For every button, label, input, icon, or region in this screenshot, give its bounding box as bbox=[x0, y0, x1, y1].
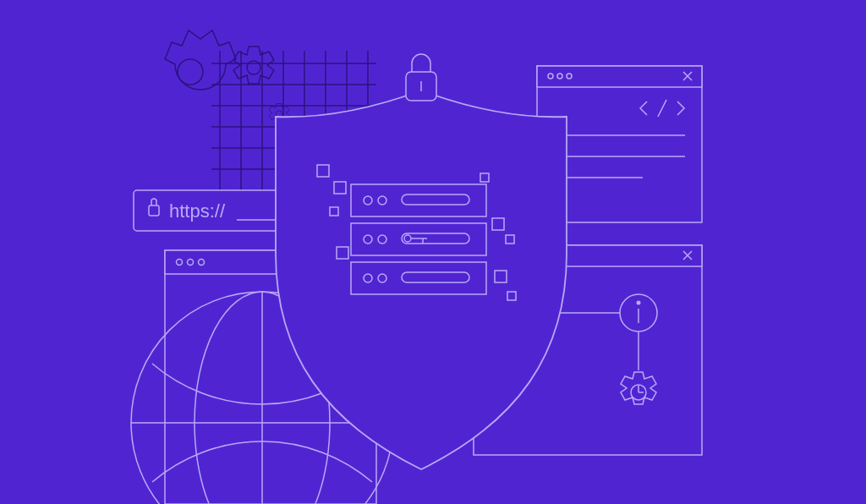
lock-icon bbox=[406, 54, 436, 101]
svg-rect-62 bbox=[351, 262, 486, 294]
svg-rect-68 bbox=[330, 207, 338, 216]
server-rack bbox=[351, 184, 486, 294]
svg-rect-74 bbox=[480, 173, 489, 182]
gear-icon bbox=[165, 30, 236, 90]
svg-rect-51 bbox=[351, 184, 486, 216]
security-illustration: https:// bbox=[0, 0, 866, 504]
gear-icon bbox=[233, 47, 274, 84]
svg-rect-72 bbox=[495, 271, 507, 282]
svg-rect-67 bbox=[334, 182, 346, 194]
svg-rect-55 bbox=[351, 223, 486, 255]
svg-rect-69 bbox=[337, 247, 348, 259]
lock-icon bbox=[149, 205, 159, 216]
svg-rect-70 bbox=[492, 218, 504, 230]
svg-rect-66 bbox=[317, 165, 329, 177]
svg-rect-71 bbox=[506, 235, 514, 244]
svg-point-14 bbox=[178, 59, 203, 85]
url-prefix-text: https:// bbox=[169, 200, 226, 222]
svg-point-33 bbox=[637, 301, 641, 305]
svg-rect-73 bbox=[507, 292, 516, 300]
